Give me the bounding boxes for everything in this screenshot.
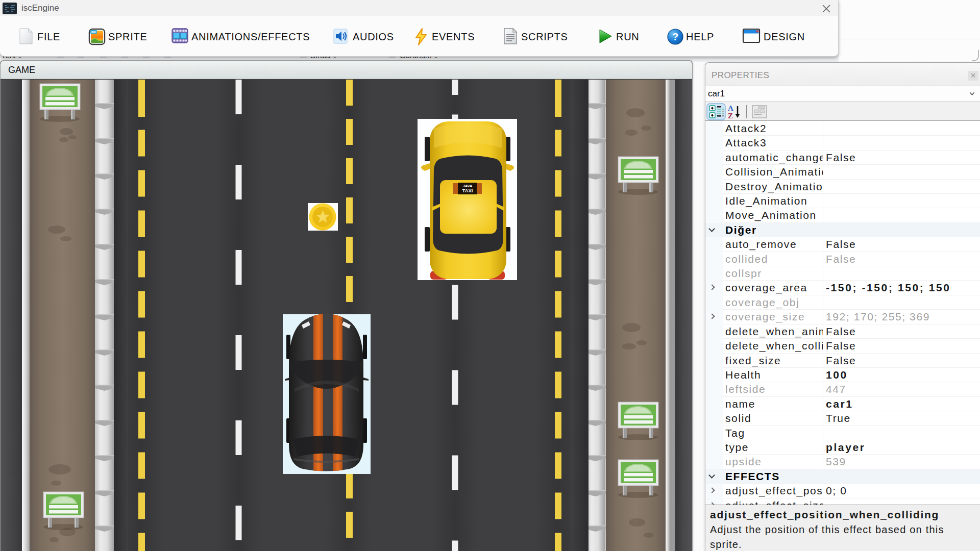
- svg-text:?: ?: [672, 31, 678, 42]
- svg-text:A: A: [728, 104, 733, 112]
- svg-text:IMG: IMG: [91, 31, 96, 34]
- svg-text:Z: Z: [728, 112, 733, 120]
- svg-text:TAXI: TAXI: [462, 188, 473, 193]
